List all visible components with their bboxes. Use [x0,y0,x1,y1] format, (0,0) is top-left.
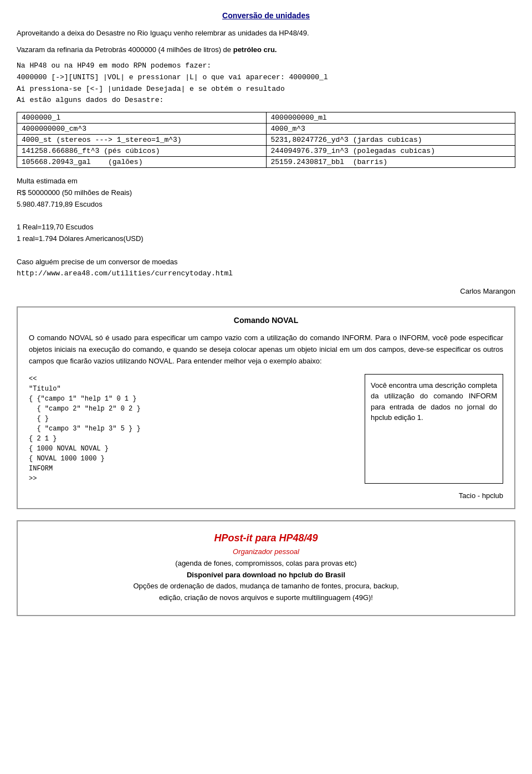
table-cell: 105668.20943_gal (galões) [17,157,267,168]
code-line: << [29,374,354,384]
section-conversao: Conversão de unidades Aproveitando a dei… [17,11,515,295]
code-line: { 2 1 } [29,434,354,444]
para2-bold: petróleo cru. [233,45,277,54]
hpost-line2: Disponível para download no hpclub do Br… [29,570,503,581]
table-cell: 244094976.379_in^3 (polegadas cubicas) [266,146,515,157]
table-cell: 4000_m^3 [266,124,515,135]
noval-title: Comando NOVAL [29,316,503,325]
rpn-heading: Na HP48 ou na HP49 em modo RPN podemos f… [17,60,515,72]
table-cell: 4000000000_cm^3 [17,124,267,135]
hpost-body: (agenda de fones, compromissos, colas pa… [29,558,503,604]
code-line: { "campo 2" "help 2" 0 2 } [29,404,354,414]
table-row: 105668.20943_gal (galões) 25159.2430817_… [17,157,515,168]
rpn-line2: Ai pressiona-se [<-] |unidade Desejada| … [17,84,515,95]
noval-intro: O comando NOVAL só é usado para especifi… [29,332,503,367]
conversion-table: 4000000_l 4000000000_ml 4000000000_cm^3 … [17,112,515,168]
conversor-link: http://www.area48.com/utilities/currency… [17,268,515,280]
code-line: INFORM [29,464,354,474]
table-row: 4000000_l 4000000000_ml [17,112,515,124]
multa-line1: Multa estimada em [17,176,515,187]
noval-author: Tacio - hpclub [29,491,503,500]
conversao-title: Conversão de unidades [17,11,515,20]
code-line: { {"campo 1" "help 1" 0 1 } [29,394,354,404]
multa-line3: 5.980.487.719,89 Escudos [17,199,515,211]
noval-two-col: << "Título" { {"campo 1" "help 1" 0 1 } … [29,374,503,484]
table-cell: 4000000000_ml [266,112,515,124]
section-hpost: HPost-it para HP48/49 Organizador pessoa… [17,520,515,616]
rpn-ai2: Ai estão alguns dados do Desastre: [17,96,163,104]
rpn-line3: Ai estão alguns dados do Desastre: [17,95,515,106]
code-line: { NOVAL 1000 1000 } [29,454,354,464]
table-cell: 4000_st (stereos ---> 1_stereo=1_m^3) [17,135,267,146]
conversao-para2: Vazaram da refinaria da Petrobrás 400000… [17,44,515,55]
table-cell: 25159.2430817_bbl (barris) [266,157,515,168]
rpn-line1: 4000000 [->][UNITS] |VOL| e pressionar |… [17,72,515,84]
table-cell: 141258.666886_ft^3 (pés cúbicos) [17,146,267,157]
code-line: >> [29,474,354,484]
code-line: { 1000 NOVAL NOVAL } [29,444,354,454]
multa-block: Multa estimada em R$ 50000000 (50 milhõe… [17,176,515,279]
table-row: 4000000000_cm^3 4000_m^3 [17,124,515,135]
noval-desc-text: Você encontra uma descrição completa da … [371,381,497,422]
escudos-line1: 1 Real=119,70 Escudos [17,222,515,233]
code-line: "Título" [29,384,354,394]
table-row: 4000_st (stereos ---> 1_stereo=1_m^3) 52… [17,135,515,146]
table-cell: 4000000_l [17,112,267,124]
table-row: 141258.666886_ft^3 (pés cúbicos) 2440949… [17,146,515,157]
rpn-block: Na HP48 ou na HP49 em modo RPN podemos f… [17,60,515,106]
hpost-title: HPost-it para HP48/49 [29,532,503,544]
code-line: { "campo 3" "help 3" 5 } } [29,424,354,434]
conversor-line1: Caso alguém precise de um conversor de m… [17,257,515,268]
code-line: { } [29,414,354,424]
conversao-author: Carlos Marangon [17,287,515,295]
noval-code: << "Título" { {"campo 1" "help 1" 0 1 } … [29,374,354,484]
hpost-line1: (agenda de fones, compromissos, colas pa… [29,558,503,570]
hpost-line3: Opções de ordenação de dados, mudança de… [29,581,503,592]
para2-prefix: Vazaram da refinaria da Petrobrás 400000… [17,45,233,54]
hpost-line4: edição, criação de novos arquivos e supo… [29,592,503,604]
section-noval: Comando NOVAL O comando NOVAL só é usado… [17,306,515,509]
multa-line2: R$ 50000000 (50 milhões de Reais) [17,187,515,199]
conversao-para1: Aproveitando a deixa do Desastre no Rio … [17,28,515,39]
noval-intro-text: O comando NOVAL só é usado para especifi… [29,334,503,365]
escudos-line2: 1 real=1.794 Dólares Americanos(USD) [17,233,515,245]
hpost-subtitle: Organizador pessoal [29,547,503,556]
rpn-ai1: Ai pressiona-se [<-] |unidade Desejada| … [17,85,285,93]
table-cell: 5231,80247726_yd^3 (jardas cubicas) [266,135,515,146]
noval-description: Você encontra uma descrição completa da … [365,374,503,484]
